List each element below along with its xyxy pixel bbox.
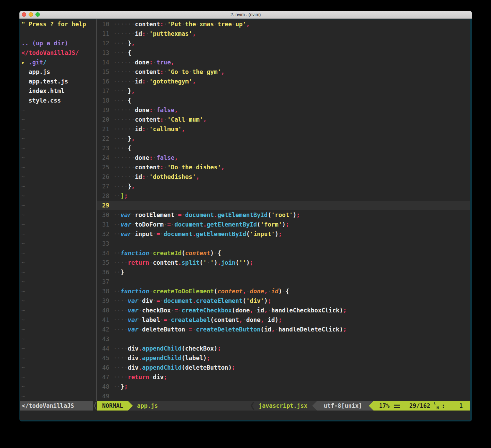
line-number: 11 [97,29,109,38]
code-line[interactable]: 23····{ [97,143,470,153]
code-line[interactable]: 44····div.appendChild(checkBox); [97,344,470,353]
line-text: ····div.appendChild(deleteButton); [113,363,235,372]
code-line[interactable]: 19······done:·false, [97,105,470,115]
terminal-frame: " Press ? for help .. (up a dir)</todoVa… [19,19,472,421]
line-number: 20 [97,115,109,124]
titlebar[interactable]: 2. nvim . (nvim) [19,11,472,19]
code-line[interactable]: 40····var·checkBox·=·createCheckbox(done… [97,306,470,315]
line-text: ······content:·'Do·the·dishes', [113,163,225,172]
column-number: 1 [459,401,463,411]
code-line[interactable]: 21······id:·'callmum', [97,124,470,134]
code-buffer[interactable]: 10······content:·'Put·the·xmas·tree·up',… [97,19,470,401]
code-line[interactable]: 28··]; [97,191,470,201]
netrw-file-style[interactable]: style.css [21,96,96,105]
netrw-dir-git[interactable]: ▸ .git/ [21,58,96,67]
code-line[interactable]: 42····var·deleteButton·=·createDeleteBut… [97,325,470,334]
line-position: 29/162 [409,401,430,411]
empty-buffer-tilde: ~ [21,248,96,258]
code-line[interactable]: 25······content:·'Do·the·dishes', [97,163,470,172]
empty-buffer-tilde: ~ [21,163,96,172]
netrw-tree-root: </todoVanillaJS/ [21,48,96,58]
empty-buffer-tilde: ~ [21,306,96,315]
empty-buffer-tilde: ~ [21,105,96,115]
line-number: 34 [97,248,109,258]
line-text: ··]; [113,191,128,201]
code-line[interactable]: 13····{ [97,48,470,58]
code-line-cursor[interactable]: 29 [97,201,470,210]
netrw-up-dir[interactable]: .. (up a dir) [21,38,96,48]
line-text: ····}, [113,38,135,48]
line-number: 49 [97,391,109,401]
empty-buffer-tilde: ~ [21,182,96,191]
code-line[interactable]: 45····div.appendChild(label); [97,353,470,363]
line-number: 10 [97,19,109,29]
code-line[interactable]: 46····div.appendChild(deleteButton); [97,363,470,372]
line-text: ····return·content.split('·').join(''); [113,258,253,267]
powerline-separator-icon [93,401,97,411]
empty-buffer-tilde: ~ [21,153,96,163]
code-line[interactable]: 22····}, [97,134,470,143]
powerline-chevron-left-icon [250,401,254,411]
code-line[interactable]: 48··}; [97,382,470,391]
code-line[interactable]: 36··} [97,267,470,277]
line-number: 45 [97,353,109,363]
line-text: ··function·createToDoElement(content,·do… [113,287,289,296]
code-line[interactable]: 16······id:·'gotothegym', [97,77,470,86]
code-line[interactable]: 37 [97,277,470,287]
code-line[interactable]: 10······content:·'Put·the·xmas·tree·up', [97,19,470,29]
code-line[interactable]: 34··function·createId(content)·{ [97,248,470,258]
code-line[interactable]: 26······id:·'dothedishes', [97,172,470,182]
line-text: ··var·toDoForm·=·document.getElementById… [113,220,289,229]
line-text: ······done:·true, [113,58,174,67]
netrw-file-index[interactable]: index.html [21,86,96,96]
code-line[interactable]: 11······id:·'putthexmas', [97,29,470,38]
empty-buffer-tilde: ~ [21,315,96,325]
line-text: ······content:·'Go·to·the·gym', [113,67,225,77]
line-number: 27 [97,182,109,191]
line-number: 33 [97,239,109,248]
code-line[interactable]: 24······done:·false, [97,153,470,163]
code-line[interactable]: 43 [97,334,470,344]
line-text: ····{ [113,96,131,105]
statusline: </todoVanillaJS NORMAL app.js javascript… [20,401,470,411]
code-line[interactable]: 47····return·div; [97,372,470,382]
line-text: ······id:·'callmum', [113,124,185,134]
netrw-sidebar[interactable]: " Press ? for help .. (up a dir)</todoVa… [20,19,96,401]
line-number: 29 [97,201,109,210]
code-line[interactable]: 27····}, [97,182,470,191]
code-line[interactable]: 17····}, [97,86,470,96]
code-line[interactable]: 20······content:·'Call·mum', [97,115,470,124]
code-line[interactable]: 33 [97,239,470,248]
empty-buffer-tilde: ~ [21,325,96,334]
code-line[interactable]: 41····var·label·=·createLabel(content,·d… [97,315,470,325]
code-line[interactable]: 12····}, [97,38,470,48]
line-text: ····return·div; [113,372,167,382]
code-line[interactable]: 30··var·rootElement·=·document.getElemen… [97,210,470,220]
line-number: 17 [97,86,109,96]
line-number: 12 [97,38,109,48]
line-number: 44 [97,344,109,353]
code-line[interactable]: 31··var·toDoForm·=·document.getElementBy… [97,220,470,229]
empty-buffer-tilde: ~ [21,382,96,391]
command-line [20,411,470,420]
code-line[interactable]: 15······content:·'Go·to·the·gym', [97,67,470,77]
code-line[interactable]: 32··var·input·=·document.getElementById(… [97,229,470,239]
line-text: ······done:·false, [113,153,178,163]
line-number: 38 [97,287,109,296]
line-text: ····}, [113,86,135,96]
code-line[interactable]: 39····var·div·=·document.createElement('… [97,296,470,306]
line-text: ····div.appendChild(checkBox); [113,344,221,353]
netrw-file-apptest[interactable]: app.test.js [21,77,96,86]
empty-buffer-tilde: ~ [21,124,96,134]
empty-buffer-tilde: ~ [21,267,96,277]
code-line[interactable]: 14······done:·true, [97,58,470,67]
code-line[interactable]: 35····return·content.split('·').join('')… [97,258,470,267]
code-line[interactable]: 18····{ [97,96,470,105]
code-line[interactable]: 49 [97,391,470,401]
code-line[interactable]: 38··function·createToDoElement(content,·… [97,287,470,296]
netrw-file-appjs[interactable]: app.js [21,67,96,77]
empty-buffer-tilde: ~ [21,344,96,353]
line-number: 14 [97,58,109,67]
line-number: 32 [97,229,109,239]
line-number: 19 [97,105,109,115]
